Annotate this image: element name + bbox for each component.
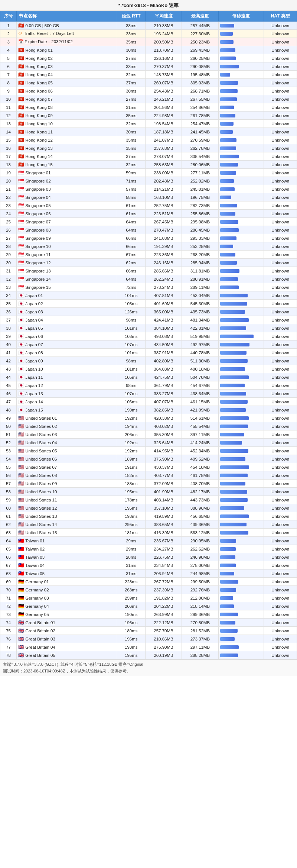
- node-name: Japan 14: [25, 400, 43, 404]
- cell-id: 43: [0, 365, 17, 373]
- speed-bar-wrap: [220, 588, 262, 592]
- node-name: Singapore 07: [25, 220, 50, 224]
- cell-name: 🇭🇰Hong Kong 04: [17, 71, 117, 79]
- cell-name: 🇹🇼Taiwan 01: [17, 537, 117, 545]
- cell-name: 🇭🇰Hong Kong 10: [17, 120, 117, 128]
- node-name: Japan 01: [25, 293, 43, 298]
- cell-avg: 420.38MB: [145, 414, 182, 422]
- cell-avg: 218.70MB: [145, 46, 182, 54]
- cell-bar: [218, 136, 264, 144]
- cell-max: 397.11MB: [182, 430, 218, 439]
- cell-bar: [218, 447, 264, 455]
- cell-id: 36: [0, 308, 17, 316]
- flag-icon: 🇹🇼: [18, 546, 24, 552]
- flag-icon: 🇭🇰: [18, 47, 24, 53]
- cell-nat: Unknown: [264, 488, 297, 496]
- cell-rtt: 30ms: [117, 128, 145, 136]
- cell-bar: [218, 226, 264, 234]
- flag-icon: 🇭🇰: [18, 113, 24, 118]
- cell-name: 🇭🇰Hong Kong 07: [17, 95, 117, 103]
- cell-nat: Unknown: [264, 71, 297, 79]
- table-row: 15🇭🇰Hong Kong 1235ms241.07MB270.59MBUnkn…: [0, 136, 297, 144]
- cell-max: 268.71MB: [182, 87, 218, 95]
- cell-id: 15: [0, 136, 17, 144]
- cell-rtt: 33ms: [117, 30, 145, 38]
- speed-bar: [220, 326, 246, 330]
- cell-avg: 365.00MB: [145, 308, 182, 316]
- speed-bar: [220, 482, 245, 485]
- cell-name: 🇭🇰Hong Kong 09: [17, 112, 117, 120]
- flag-icon: 🇭🇰: [18, 145, 24, 151]
- speed-bar-wrap: [220, 24, 262, 28]
- cell-nat: Unknown: [264, 610, 297, 619]
- cell-bar: [218, 373, 264, 381]
- node-name: Singapore 13: [25, 269, 50, 273]
- cell-max: 545.30MB: [182, 300, 218, 308]
- cell-avg: 226.16MB: [145, 54, 182, 62]
- cell-bar: [218, 488, 264, 496]
- cell-nat: Unknown: [264, 357, 297, 365]
- speed-bar: [220, 555, 235, 559]
- cell-name: 🇯🇵Japan 03: [17, 308, 117, 316]
- cell-bar: [218, 316, 264, 324]
- flag-icon: 🇸🇬: [18, 211, 24, 216]
- table-row: 9🇭🇰Hong Kong 0630ms254.43MB268.71MBUnkno…: [0, 87, 297, 95]
- cell-avg: 260.07MB: [145, 79, 182, 87]
- cell-rtt: 259ms: [117, 594, 145, 602]
- cell-avg: 191.39MB: [145, 242, 182, 251]
- flag-icon: 🇺🇸: [18, 505, 24, 511]
- cell-rtt: 190ms: [117, 610, 145, 619]
- speed-bar-wrap: [220, 465, 262, 469]
- cell-max: 286.45MB: [182, 226, 218, 234]
- cell-avg: 325.64MB: [145, 439, 182, 447]
- node-name: United States 08: [25, 473, 57, 478]
- cell-bar: [218, 381, 264, 390]
- cell-bar: [218, 193, 264, 201]
- node-name: Hong Kong 01: [25, 48, 53, 52]
- cell-rtt: 190ms: [117, 406, 145, 414]
- cell-id: 66: [0, 553, 17, 561]
- cell-bar: [218, 210, 264, 218]
- cell-id: 12: [0, 112, 17, 120]
- cell-avg: 419.59MB: [145, 512, 182, 520]
- speed-bar: [220, 523, 247, 526]
- cell-avg: 210.38MB: [145, 22, 182, 30]
- speed-bar: [220, 285, 239, 289]
- col-header-name: 节点名称: [17, 11, 117, 22]
- cell-nat: Unknown: [264, 569, 297, 578]
- cell-rtt: 98ms: [117, 316, 145, 324]
- flag-icon: 🇭🇰: [18, 96, 24, 102]
- cell-avg: 382.85MB: [145, 406, 182, 414]
- table-row: 38🇯🇵Japan 05101ms384.10MB422.81MBUnknown: [0, 324, 297, 332]
- cell-max: 295.08MB: [182, 218, 218, 226]
- speed-bar: [220, 81, 238, 85]
- speed-bar: [220, 375, 249, 379]
- speed-bar: [220, 449, 248, 453]
- node-name: United States 09: [25, 481, 57, 486]
- speed-bar: [220, 179, 234, 183]
- node-name: Hong Kong 02: [25, 56, 53, 61]
- table-row: 57🇺🇸United States 09188ms372.09MB408.70M…: [0, 480, 297, 488]
- speed-bar-wrap: [220, 269, 262, 273]
- node-name: United States 04: [25, 441, 57, 445]
- speed-bar-wrap: [220, 637, 262, 641]
- cell-id: 77: [0, 643, 17, 651]
- cell-rtt: 32ms: [117, 161, 145, 169]
- cell-name: 🇺🇸United States 10: [17, 488, 117, 496]
- cell-bar: [218, 627, 264, 635]
- node-name: Traffic Reset：7 Days Left: [24, 31, 74, 36]
- flag-icon: 🇸🇬: [18, 227, 24, 233]
- table-row: 51🇺🇸United States 03206ms355.30MB397.11M…: [0, 430, 297, 439]
- speed-bar: [220, 613, 238, 616]
- table-row: 48🇯🇵Japan 15190ms382.85MB421.09MBUnknown: [0, 406, 297, 414]
- flag-icon: 🇯🇵: [18, 342, 24, 347]
- cell-avg: 148.73MB: [145, 71, 182, 79]
- speed-bar-wrap: [220, 596, 262, 600]
- cell-max: 218.14MB: [182, 602, 218, 610]
- cell-nat: Unknown: [264, 291, 297, 300]
- flag-icon: 🇸🇬: [18, 203, 24, 208]
- speed-bar-wrap: [220, 613, 262, 616]
- cell-nat: Unknown: [264, 635, 297, 643]
- cell-name: 🇯🇵Japan 04: [17, 316, 117, 324]
- cell-rtt: 178ms: [117, 496, 145, 504]
